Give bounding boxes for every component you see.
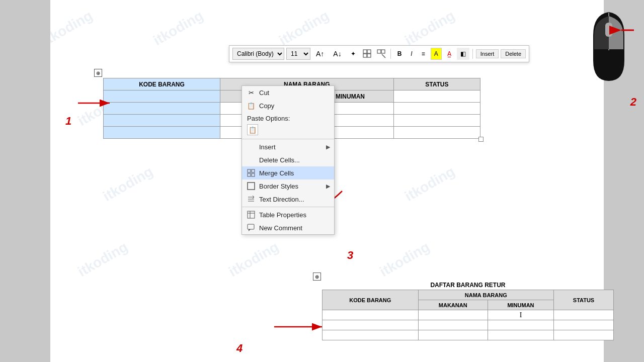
svg-rect-2 bbox=[363, 54, 367, 57]
context-menu-insert[interactable]: Insert ▶ bbox=[242, 140, 334, 153]
svg-rect-0 bbox=[363, 50, 367, 53]
border-submenu-arrow: ▶ bbox=[326, 183, 330, 190]
separator-1 bbox=[242, 139, 334, 139]
bt-col3[interactable]: STATUS bbox=[554, 290, 614, 310]
copy-icon: 📋 bbox=[247, 102, 255, 110]
label-3: 3 bbox=[347, 249, 353, 262]
svg-rect-4 bbox=[377, 50, 381, 53]
table-move-handle[interactable]: ⊕ bbox=[94, 69, 102, 77]
shrink-font-button[interactable]: A↓ bbox=[330, 48, 345, 60]
context-menu-text-direction[interactable]: Text Direction... bbox=[242, 193, 334, 206]
bt-col1[interactable]: KODE BARANG bbox=[323, 290, 419, 310]
svg-marker-21 bbox=[249, 229, 251, 231]
highlight-button[interactable]: A bbox=[431, 48, 442, 60]
label-2: 2 bbox=[630, 96, 636, 109]
mouse-icon bbox=[579, 5, 639, 85]
table-eraser-icon[interactable] bbox=[375, 48, 387, 60]
context-menu-merge-cells[interactable]: Merge Cells bbox=[242, 166, 334, 179]
context-menu-copy[interactable]: 📋 Copy bbox=[242, 99, 334, 112]
mouse-icon-area bbox=[579, 5, 639, 87]
table-properties-label: Table Properties bbox=[259, 211, 306, 219]
bottom-table: KODE BARANG NAMA BARANG STATUS MAKANAN M… bbox=[322, 290, 614, 340]
bold-button[interactable]: B bbox=[394, 48, 406, 60]
text-direction-label: Text Direction... bbox=[259, 196, 304, 203]
bt-minuman[interactable]: MINUMAN bbox=[488, 300, 553, 310]
separator-2 bbox=[242, 207, 334, 207]
context-menu: ✂ Cut 📋 Copy Paste Options: 📋 Insert ▶ D… bbox=[242, 85, 335, 235]
col-status-sub[interactable] bbox=[393, 90, 480, 103]
bottom-table-container: ⊕ DAFTAR BARANG RETUR KODE BARANG NAMA B… bbox=[322, 282, 614, 340]
font-color-button[interactable]: A̲ bbox=[444, 48, 455, 60]
cursor-indicator: I bbox=[520, 311, 522, 319]
delete-button[interactable]: Delete bbox=[501, 49, 526, 58]
formatting-toolbar: Calibri (Body) 11 A↑ A↓ ✦ B I ≡ bbox=[229, 45, 529, 62]
new-comment-icon bbox=[247, 224, 255, 232]
context-menu-paste-options: Paste Options: 📋 bbox=[242, 112, 334, 138]
insert-button[interactable]: Insert bbox=[476, 49, 499, 58]
context-menu-new-comment[interactable]: New Comment bbox=[242, 221, 334, 234]
font-family-select[interactable]: Calibri (Body) bbox=[232, 48, 284, 60]
bt-makanan[interactable]: MAKANAN bbox=[418, 300, 488, 310]
border-styles-label: Border Styles bbox=[259, 183, 298, 190]
bottom-table-move-handle[interactable]: ⊕ bbox=[313, 273, 321, 281]
svg-rect-1 bbox=[367, 50, 371, 53]
table-row bbox=[323, 320, 614, 330]
table-properties-icon bbox=[247, 211, 255, 219]
merge-cells-label: Merge Cells bbox=[259, 169, 294, 177]
font-size-select[interactable]: 11 bbox=[286, 48, 310, 60]
svg-rect-3 bbox=[367, 54, 371, 57]
col-kode-sub[interactable] bbox=[104, 90, 220, 103]
context-menu-cut[interactable]: ✂ Cut bbox=[242, 86, 334, 99]
svg-rect-7 bbox=[248, 169, 251, 172]
svg-rect-20 bbox=[248, 224, 254, 229]
svg-rect-10 bbox=[252, 173, 255, 176]
copy-label: Copy bbox=[259, 102, 274, 110]
svg-rect-5 bbox=[381, 50, 385, 53]
italic-button[interactable]: I bbox=[407, 48, 416, 60]
svg-rect-28 bbox=[605, 23, 612, 37]
context-menu-delete-cells[interactable]: Delete Cells... bbox=[242, 153, 334, 166]
paste-icon-box[interactable]: 📋 bbox=[247, 124, 258, 135]
insert-label: Insert bbox=[259, 143, 276, 151]
svg-line-6 bbox=[382, 54, 385, 58]
context-menu-table-properties[interactable]: Table Properties bbox=[242, 208, 334, 221]
delete-cells-label: Delete Cells... bbox=[259, 156, 300, 164]
table-row bbox=[323, 330, 614, 340]
bt-col2-main[interactable]: NAMA BARANG bbox=[418, 290, 554, 300]
svg-rect-17 bbox=[248, 211, 255, 218]
new-comment-label: New Comment bbox=[259, 224, 302, 232]
grow-font-button[interactable]: A↑ bbox=[312, 48, 328, 60]
context-menu-border-styles[interactable]: Border Styles ▶ bbox=[242, 179, 334, 193]
border-styles-icon bbox=[247, 182, 255, 190]
merge-cells-icon bbox=[247, 169, 255, 177]
label-4: 4 bbox=[236, 342, 243, 355]
cut-icon: ✂ bbox=[247, 88, 255, 97]
shading-button[interactable]: ◧ bbox=[457, 48, 469, 60]
align-button[interactable]: ≡ bbox=[418, 48, 429, 60]
insert-submenu-arrow: ▶ bbox=[326, 144, 330, 150]
text-direction-icon bbox=[247, 195, 255, 203]
cut-label: Cut bbox=[259, 89, 269, 97]
svg-rect-9 bbox=[248, 173, 251, 176]
page-area: itkoding itkoding itkoding itkoding itko… bbox=[50, 0, 604, 362]
table-resize-handle[interactable] bbox=[478, 137, 484, 142]
svg-rect-8 bbox=[252, 169, 255, 172]
clear-format-button[interactable]: ✦ bbox=[347, 48, 359, 60]
col-status[interactable]: STATUS bbox=[393, 78, 480, 90]
table-grid-icon[interactable] bbox=[361, 48, 373, 60]
paste-options-label: Paste Options: bbox=[247, 115, 290, 122]
svg-rect-11 bbox=[248, 183, 255, 190]
delete-cells-icon bbox=[247, 156, 255, 164]
table-row: I bbox=[323, 310, 614, 320]
bottom-table-title: DAFTAR BARANG RETUR bbox=[322, 282, 614, 289]
col-kode-barang[interactable]: KODE BARANG bbox=[104, 78, 220, 90]
insert-icon bbox=[247, 143, 255, 151]
label-1: 1 bbox=[65, 115, 71, 128]
